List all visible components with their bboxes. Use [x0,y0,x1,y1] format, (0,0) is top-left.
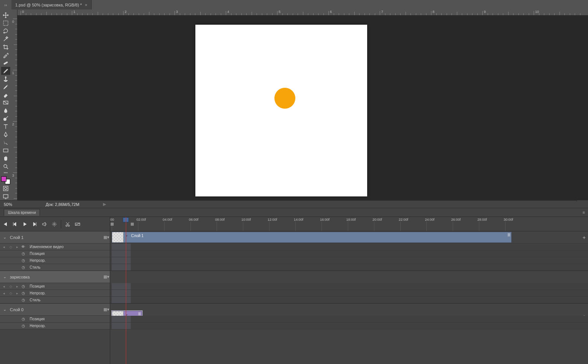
property-lane[interactable] [110,257,588,264]
marquee-tool[interactable] [1,19,10,27]
go-to-start-button[interactable] [0,219,10,229]
track-property-row[interactable]: ◷Непрозр. [0,257,110,264]
track-property-row[interactable]: ◂◇▸◷Позиция [0,283,110,290]
stopwatch-icon[interactable]: ◷ [20,324,27,328]
prev-keyframe-icon[interactable]: ◂ [3,285,5,288]
disclosure-icon[interactable]: ⌄ [3,274,8,279]
expand-panels-icon[interactable]: ›› [0,0,11,9]
add-keyframe-icon[interactable]: ◇ [10,291,12,295]
track-header[interactable]: ⌄ Слой 1 ▦▾ [0,231,110,244]
magic-wand-tool[interactable] [1,35,10,43]
history-brush-tool[interactable] [1,83,10,91]
track-property-row[interactable]: ◷Стиль [0,264,110,271]
gradient-tool[interactable] [1,99,10,107]
track-property-row[interactable]: ◷Стиль [0,297,110,304]
close-tab-icon[interactable]: × [85,3,87,7]
clip-end-handle[interactable] [138,312,141,316]
pen-tool[interactable] [1,131,10,139]
property-lane[interactable] [110,250,588,257]
mute-button[interactable] [40,219,49,229]
clip-end-handle[interactable] [507,233,510,237]
crop-tool[interactable] [1,43,10,51]
track-property-row[interactable]: ◷Позиция [0,316,110,323]
stopwatch-icon[interactable]: ◷ [20,265,27,269]
prev-keyframe-icon[interactable]: ◂ [3,291,5,295]
color-swatches[interactable] [1,176,10,184]
eyedropper-tool[interactable] [1,51,10,59]
track-header[interactable]: ⌄ Слой 0 ▦▾ [0,304,110,316]
stopwatch-icon[interactable]: ◷ [20,298,27,302]
add-keyframe-icon[interactable]: ◇ [10,285,12,288]
property-lane[interactable] [110,264,588,271]
work-area-out[interactable] [130,222,134,226]
next-frame-button[interactable] [30,219,40,229]
document-info[interactable]: Док: 2,86M/5,72M [27,202,79,207]
property-lane[interactable] [110,283,588,290]
screen-mode-icon[interactable] [1,192,10,200]
stopwatch-icon[interactable]: ◷ [20,291,27,295]
track-property-row[interactable]: ◷Позиция [0,250,110,257]
track-options-icon[interactable]: ▦▾ [103,306,110,313]
stamp-tool[interactable] [1,75,10,83]
property-lane[interactable] [110,323,588,329]
foreground-color-swatch[interactable] [1,176,6,182]
track-options-icon[interactable]: ▦▾ [103,234,110,241]
property-lane[interactable] [110,316,588,323]
stopwatch-icon[interactable]: ◷ [20,252,27,256]
dodge-tool[interactable] [1,115,10,123]
next-keyframe-icon[interactable]: ▸ [16,285,18,288]
zoom-level[interactable]: 50% [0,202,27,207]
transition-button[interactable] [73,219,82,229]
stopwatch-icon[interactable]: ◷ [20,258,27,263]
track-property-row[interactable]: ◷Непрозр. [0,323,110,329]
prev-keyframe-icon[interactable]: ◂ [3,245,5,249]
stopwatch-icon[interactable]: ◷ [20,317,27,321]
shape-tool[interactable] [1,146,10,154]
next-keyframe-icon[interactable]: ▸ [16,245,18,249]
track-lane[interactable]: ⌄ Слой 1 + [110,231,588,244]
disclosure-icon[interactable]: ⌄ [3,235,8,240]
hand-tool[interactable] [1,154,10,162]
add-keyframe-icon[interactable]: ◇ [10,245,12,249]
eraser-tool[interactable] [1,91,10,99]
ruler-h-label: 6 [330,10,332,14]
canvas-viewport[interactable] [17,16,588,200]
more-tools-icon[interactable]: ••• [1,170,10,175]
property-lane[interactable] [110,297,588,304]
lasso-tool[interactable] [1,27,10,35]
healing-brush-tool[interactable] [1,59,10,67]
timeline-settings-button[interactable] [49,219,59,229]
play-button[interactable] [20,219,30,229]
panel-menu-icon[interactable]: ≡ [583,210,585,215]
document-tab[interactable]: 1.psd @ 50% (зарисовка, RGB/8) * × [11,0,92,9]
clip[interactable]: ⌄ Слой 1 [112,232,512,243]
next-keyframe-icon[interactable]: ▸ [16,291,18,295]
ruler-vertical[interactable]: 0123 [11,16,17,200]
visibility-icon[interactable]: 👁 [20,245,27,249]
quick-mask-icon[interactable] [1,184,10,192]
status-flyout-icon[interactable]: ▶ [103,202,106,207]
blur-tool[interactable] [1,107,10,115]
property-label: Непрозр. [27,291,110,295]
disclosure-icon[interactable]: ⌄ [3,307,8,312]
time-ruler[interactable]: 0002:00f04:00f06:00f08:00f10:00f12:00f14… [110,217,588,231]
move-tool[interactable] [1,11,10,19]
path-select-tool[interactable] [1,139,10,147]
type-tool[interactable] [1,123,10,131]
time-ruler-label: 04:00f [163,218,172,222]
track-property-row[interactable]: ◂◇▸👁Изменяемое видео [0,244,110,250]
add-media-button[interactable]: + [583,234,586,241]
split-clip-button[interactable] [63,219,73,229]
stopwatch-icon[interactable]: ◷ [20,284,27,288]
property-lane[interactable] [110,290,588,297]
zoom-tool[interactable] [1,162,10,170]
track-header[interactable]: ⌄ зарисовка ▦▾ [0,271,110,283]
property-lane[interactable] [110,244,588,250]
ruler-horizontal[interactable]: 012345678910 [17,9,588,16]
brush-tool[interactable] [1,67,10,75]
track-property-row[interactable]: ◂◇▸◷Непрозр. [0,290,110,297]
timeline-panel-tab[interactable]: Шкала времени [4,209,40,216]
prev-frame-button[interactable] [10,219,20,229]
track-options-icon[interactable]: ▦▾ [103,274,110,280]
work-area-in[interactable] [110,222,114,226]
